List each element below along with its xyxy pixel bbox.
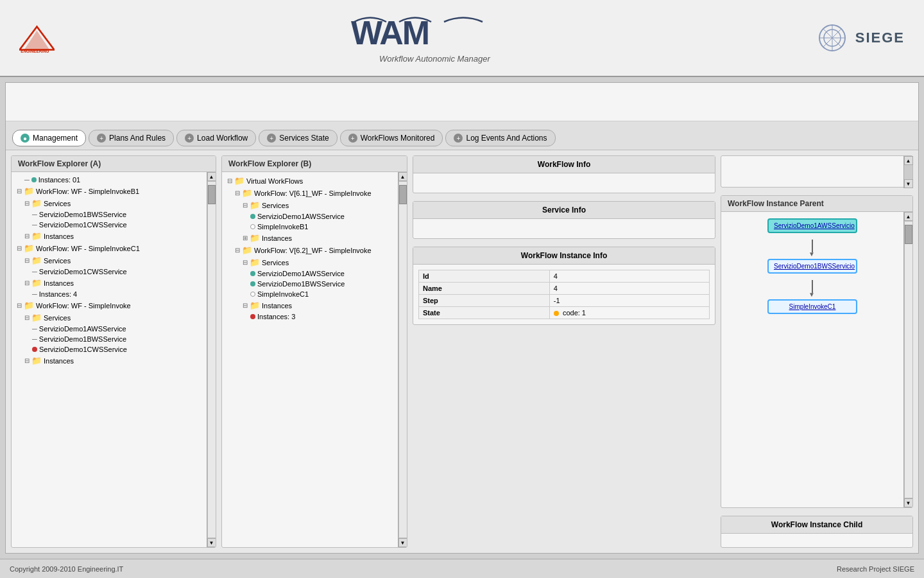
explorer-b-scrollbar[interactable]: ▲ ▼ — [398, 172, 407, 547]
scroll-down-btn[interactable]: ▼ — [904, 498, 913, 507]
list-item[interactable]: SimpleInvokeB1 — [248, 222, 395, 232]
siege-logo-area: SIEGE — [815, 22, 905, 54]
tabs-bar: ● Management + Plans And Rules + Load Wo… — [6, 121, 918, 150]
explorer-b-tree[interactable]: ⊟ 📁 Virtual WorkFlows ⊟ 📁 WorkFlow: V[6.… — [222, 172, 398, 547]
scroll-up-btn[interactable]: ▲ — [904, 212, 913, 221]
list-item[interactable]: ⊟ 📁 Instances — [22, 230, 204, 242]
tab-load-workflow[interactable]: + Load Workflow — [176, 130, 256, 146]
list-item[interactable]: ⊟ 📁 Instances — [22, 355, 204, 367]
list-item[interactable]: ⊟ 📁 Services — [240, 199, 395, 211]
list-item[interactable]: ⊟ 📁 WorkFlow: WF - SimpleInvokeB1 — [14, 185, 204, 197]
list-item[interactable]: ⊟ 📁 Instances — [240, 299, 395, 311]
top-panel-scrollbar[interactable]: ▲ ▼ — [903, 156, 912, 188]
top-empty-panel: ▲ ▼ — [721, 155, 913, 188]
footer-copyright: Copyright 2009-2010 Engineering.IT — [10, 565, 123, 573]
middle-panel: WorkFlow Info Service Info WorkFlow Inst… — [413, 155, 715, 548]
instance-table: Id 4 Name 4 Step -1 State — [418, 270, 710, 319]
scroll-up-btn[interactable]: ▲ — [398, 172, 407, 181]
tab-workflows-monitored[interactable]: + WorkFlows Monitored — [340, 130, 443, 146]
list-item[interactable]: ⊟ 📁 Services — [22, 311, 204, 324]
diagram-scrollbar[interactable]: ▲ ▼ — [903, 212, 912, 507]
scroll-down-btn[interactable]: ▼ — [904, 179, 913, 188]
list-item[interactable]: ServizioDemo1BWSService — [248, 279, 395, 289]
list-item[interactable]: ─ ServizioDemo1CWSService — [30, 267, 204, 277]
scroll-up-btn[interactable]: ▲ — [904, 156, 913, 165]
tree-label: ServizioDemo1CWSService — [39, 268, 127, 276]
list-item[interactable]: ─ Instances: 01 — [22, 175, 204, 185]
scroll-thumb[interactable] — [208, 185, 216, 204]
tab-management[interactable]: ● Management — [12, 130, 86, 146]
tree-label: ServizioDemo1BWSService — [39, 335, 126, 343]
workflow-node-bws[interactable]: ServizioDemo1BWSServicio — [767, 259, 857, 274]
tree-label: ServizioDemo1AWSService — [257, 213, 345, 220]
list-item[interactable]: ServizioDemo1AWSService — [248, 268, 395, 279]
explorer-a-scrollbar[interactable]: ▲ ▼ — [207, 172, 216, 547]
list-item[interactable]: ⊟ 📁 Virtual WorkFlows — [225, 175, 395, 187]
list-item[interactable]: ─ ServizioDemo1CWSService — [30, 220, 204, 230]
tree-label: Instances — [44, 357, 74, 365]
field-value: 4 — [549, 283, 709, 295]
tab-services-state[interactable]: + Services State — [259, 130, 337, 146]
tree-label: Instances — [44, 279, 74, 287]
diagram-area: ServizioDemo1AWSServicio ServizioDemo1BW… — [721, 212, 903, 507]
list-item[interactable]: ⊟ 📁 Services — [240, 256, 395, 268]
tab-management-label: Management — [33, 134, 78, 143]
scroll-track[interactable] — [398, 181, 407, 538]
tree-label: Instances: 4 — [39, 290, 77, 298]
list-item[interactable]: ⊞ 📁 Instances — [240, 232, 395, 244]
list-item[interactable]: ServizioDemo1AWSService — [248, 211, 395, 222]
content-area: WorkFlow Explorer (A) ─ Instances: 01 ⊟ … — [6, 150, 918, 553]
list-item[interactable]: ─ ServizioDemo1BWSService — [30, 209, 204, 220]
list-item[interactable]: ⊟ 📁 WorkFlow: V[6.2]_WF - SimpleInvoke — [232, 244, 395, 256]
field-key: State — [419, 307, 550, 319]
wam-subtitle: Workflow Autonomic Manager — [379, 54, 490, 64]
workflow-instance-child-title: WorkFlow Instance Child — [721, 516, 912, 534]
list-item[interactable]: ⊟ 📁 WorkFlow: WF - SimpleInvokeC1 — [14, 242, 204, 254]
list-item[interactable]: ─ ServizioDemo1AWSService — [30, 324, 204, 334]
list-item[interactable]: Instances: 3 — [248, 311, 395, 322]
workflow-arrow-2 — [812, 280, 813, 293]
workflow-node-simpleinvoke[interactable]: SimpleInvokeC1 — [767, 299, 857, 314]
scroll-down-btn[interactable]: ▼ — [398, 538, 407, 547]
tree-label: ServizioDemo1BWSService — [39, 211, 126, 218]
list-item[interactable]: ⊟ 📁 Services — [22, 254, 204, 267]
explorer-a-tree[interactable]: ─ Instances: 01 ⊟ 📁 WorkFlow: WF - Simpl… — [12, 172, 207, 547]
workflow-node-aws[interactable]: ServizioDemo1AWSServicio — [767, 218, 857, 233]
scroll-track[interactable] — [207, 181, 216, 538]
scroll-up-btn[interactable]: ▲ — [207, 172, 216, 181]
tab-workflows-label: WorkFlows Monitored — [361, 134, 435, 143]
tab-log-events[interactable]: + Log Events And Actions — [445, 130, 555, 146]
tree-label: Instances: 01 — [38, 176, 80, 184]
list-item[interactable]: ⊟ 📁 Services — [22, 197, 204, 209]
scroll-thumb[interactable] — [905, 225, 912, 244]
explorer-a-title: WorkFlow Explorer (A) — [12, 156, 216, 172]
service-info-body — [413, 219, 715, 238]
svg-text:ENGINEERING: ENGINEERING — [21, 49, 49, 53]
list-item[interactable]: SimpleInvokeC1 — [248, 289, 395, 299]
tab-plans-rules[interactable]: + Plans And Rules — [89, 130, 174, 146]
field-key: Id — [419, 270, 550, 283]
tree-label: Services — [44, 314, 71, 322]
list-item[interactable]: ServizioDemo1CWSService — [30, 344, 204, 355]
workflow-instance-parent-body: ServizioDemo1AWSServicio ServizioDemo1BW… — [721, 212, 912, 507]
list-item[interactable]: ⊟ 📁 WorkFlow: WF - SimpleInvoke — [14, 299, 204, 311]
scroll-track[interactable] — [904, 221, 913, 498]
table-row: Step -1 — [419, 295, 710, 307]
workflow-instance-info-box: WorkFlow Instance Info Id 4 Name 4 Step — [413, 247, 715, 325]
header: ENGINEERING ENGINEERING WAM Workflow Aut… — [0, 0, 924, 77]
tree-label: ServizioDemo1BWSService — [257, 280, 345, 288]
list-item[interactable]: ⊟ 📁 WorkFlow: V[6.1]_WF - SimpleInvoke — [232, 187, 395, 199]
table-row: Id 4 — [419, 270, 710, 283]
service-info-title: Service Info — [413, 202, 715, 219]
tree-label: Services — [262, 202, 289, 209]
list-item[interactable]: ⊟ 📁 Instances — [22, 277, 204, 289]
table-row: Name 4 — [419, 283, 710, 295]
tree-label: WorkFlow: WF - SimpleInvoke — [36, 302, 131, 310]
scroll-down-btn[interactable]: ▼ — [207, 538, 216, 547]
tree-label: Instances — [262, 302, 292, 310]
scroll-thumb[interactable] — [399, 185, 407, 204]
service-info-box: Service Info — [413, 201, 715, 239]
list-item[interactable]: ─ Instances: 4 — [30, 289, 204, 299]
list-item[interactable]: ─ ServizioDemo1BWSService — [30, 334, 204, 344]
right-panel: ▲ ▼ WorkFlow Instance Parent ServizioDem… — [721, 155, 913, 548]
